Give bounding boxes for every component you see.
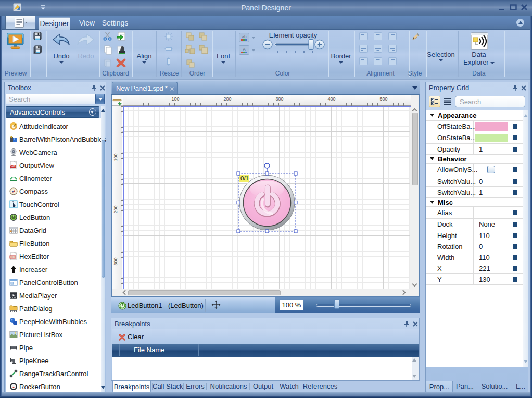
svg-text:A: A xyxy=(243,47,246,52)
svg-text:CAPL: CAPL xyxy=(10,165,16,167)
svg-text:0/1: 0/1 xyxy=(240,175,249,181)
svg-text:ab: ab xyxy=(242,34,247,39)
svg-text:HEX: HEX xyxy=(10,256,15,258)
